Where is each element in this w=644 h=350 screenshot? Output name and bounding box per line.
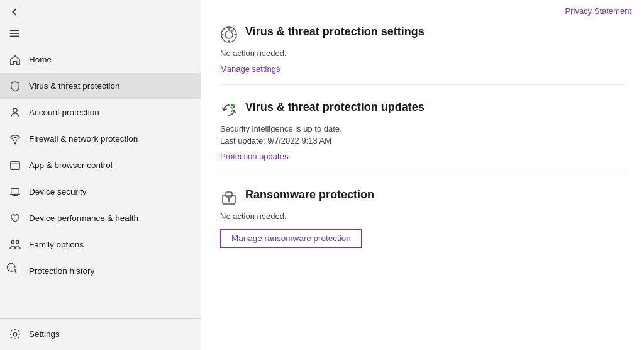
back-button[interactable] — [0, 0, 201, 24]
hamburger-menu-icon[interactable] — [0, 24, 201, 47]
wifi-icon — [9, 133, 21, 145]
sidebar-item-virus-threat[interactable]: Virus & threat protection — [0, 73, 201, 99]
family-icon — [9, 239, 21, 251]
virus-updates-title: Virus & threat protection updates — [245, 100, 425, 115]
virus-updates-detail: Last update: 9/7/2022 9:13 AM — [220, 136, 625, 145]
virus-updates-section: Virus & threat protection updates Securi… — [220, 100, 625, 172]
sidebar-item-history-label: Protection history — [29, 266, 94, 277]
ransomware-icon — [220, 189, 238, 206]
sidebar-nav: Home Virus & threat protection Account p… — [0, 47, 201, 318]
browser-icon — [9, 159, 21, 172]
sidebar-item-home[interactable]: Home — [0, 47, 201, 73]
settings-virus-icon: ⚙ — [220, 26, 238, 43]
ransomware-section: Ransomware protection No action needed. … — [220, 188, 625, 258]
virus-settings-title: Virus & threat protection settings — [245, 25, 425, 39]
sidebar-item-family[interactable]: Family options — [0, 232, 201, 258]
sidebar-item-firewall-label: Firewall & network protection — [29, 133, 138, 145]
svg-rect-1 — [10, 33, 19, 34]
sidebar-item-home-label: Home — [29, 54, 52, 65]
sidebar-item-app-label: App & browser control — [29, 160, 113, 171]
home-icon — [9, 54, 21, 66]
sidebar-item-device-performance-label: Device performance & health — [29, 213, 138, 224]
ransomware-header: Ransomware protection — [220, 188, 625, 206]
svg-point-3 — [13, 108, 17, 112]
shield-virus-icon — [9, 80, 21, 93]
manage-settings-link[interactable]: Manage settings — [220, 64, 280, 74]
sidebar-item-device-performance[interactable]: Device performance & health — [0, 205, 201, 232]
update-icon — [220, 101, 238, 119]
manage-ransomware-button[interactable]: Manage ransomware protection — [220, 229, 362, 248]
svg-rect-7 — [11, 189, 19, 195]
svg-point-14 — [13, 332, 16, 336]
svg-rect-0 — [10, 30, 19, 31]
main-content-area: Privacy Statement ⚙ — [201, 0, 644, 350]
sidebar-item-app-browser[interactable]: App & browser control — [0, 152, 201, 179]
virus-settings-status: No action needed. — [220, 48, 625, 58]
svg-rect-25 — [226, 192, 232, 197]
sidebar-bottom: Settings — [0, 318, 201, 350]
settings-icon — [9, 328, 21, 341]
svg-rect-2 — [10, 36, 19, 37]
svg-point-4 — [14, 142, 16, 144]
sidebar-item-virus-label: Virus & threat protection — [29, 81, 120, 92]
virus-settings-section: ⚙ Virus & threat protection settings No … — [220, 25, 625, 85]
main-header: Privacy Statement — [201, 0, 644, 18]
virus-settings-header: ⚙ Virus & threat protection settings — [220, 25, 625, 43]
history-icon — [9, 265, 21, 278]
svg-rect-5 — [11, 162, 19, 170]
svg-point-13 — [16, 240, 19, 244]
protection-updates-link[interactable]: Protection updates — [220, 152, 288, 161]
sidebar: Home Virus & threat protection Account p… — [0, 0, 201, 350]
svg-point-26 — [228, 198, 230, 201]
main-content: ⚙ Virus & threat protection settings No … — [201, 18, 644, 350]
privacy-statement-link[interactable]: Privacy Statement — [565, 6, 632, 16]
sidebar-item-account-label: Account protection — [29, 107, 99, 118]
virus-updates-status: Security intelligence is up to date. — [220, 124, 625, 133]
sidebar-item-settings[interactable]: Settings — [0, 321, 201, 347]
sidebar-item-history[interactable]: Protection history — [0, 258, 201, 285]
ransomware-title: Ransomware protection — [245, 188, 374, 202]
person-icon — [9, 106, 21, 119]
svg-point-12 — [11, 240, 14, 244]
laptop-icon — [9, 186, 21, 198]
sidebar-item-account[interactable]: Account protection — [0, 99, 201, 126]
sidebar-item-device-security[interactable]: Device security — [0, 179, 201, 205]
sidebar-item-firewall[interactable]: Firewall & network protection — [0, 126, 201, 152]
heart-icon — [9, 212, 21, 225]
sidebar-item-family-label: Family options — [29, 239, 84, 251]
sidebar-item-settings-label: Settings — [29, 329, 60, 340]
virus-updates-header: Virus & threat protection updates — [220, 100, 625, 119]
sidebar-item-device-security-label: Device security — [29, 186, 87, 198]
ransomware-status: No action needed. — [220, 212, 625, 221]
